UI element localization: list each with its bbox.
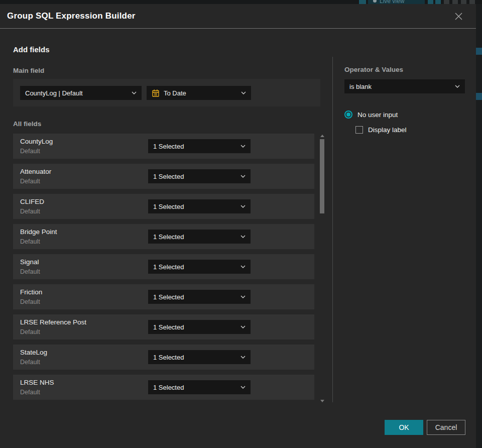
chevron-down-icon bbox=[240, 175, 246, 178]
background-fragment bbox=[359, 0, 366, 4]
field-name: StateLog bbox=[20, 349, 47, 356]
field-attributes-select[interactable]: 1 Selected bbox=[148, 320, 251, 334]
chevron-down-icon bbox=[240, 205, 246, 208]
field-attributes-value: 1 Selected bbox=[153, 233, 236, 241]
field-attributes-select[interactable]: 1 Selected bbox=[148, 230, 251, 244]
field-name: LRSE Reference Post bbox=[20, 318, 86, 326]
background-fragment bbox=[435, 0, 441, 4]
background-fragment bbox=[444, 0, 449, 4]
field-name: Bridge Point bbox=[20, 228, 57, 236]
background-app-right-strip bbox=[476, 4, 482, 448]
close-icon bbox=[454, 12, 463, 21]
background-fragment bbox=[428, 0, 433, 4]
main-field-container: CountyLog | Default To Date bbox=[13, 79, 320, 106]
all-fields-list: CountyLog Default 1 Selected Attenuator … bbox=[13, 134, 314, 405]
background-fragment bbox=[476, 48, 482, 55]
background-fragment bbox=[476, 93, 482, 100]
background-app-top-strip: Live view bbox=[0, 0, 482, 4]
ok-button[interactable]: OK bbox=[385, 420, 423, 435]
scrollbar-thumb[interactable] bbox=[320, 139, 324, 213]
field-subtitle: Default bbox=[20, 328, 40, 335]
field-attributes-select[interactable]: 1 Selected bbox=[148, 199, 251, 213]
chevron-down-icon bbox=[240, 295, 246, 298]
main-field-attribute-select[interactable]: To Date bbox=[147, 86, 251, 100]
field-row: LRSE Reference Post Default 1 Selected bbox=[13, 314, 314, 340]
field-name: Friction bbox=[20, 288, 42, 296]
field-subtitle: Default bbox=[20, 178, 40, 185]
display-label-text: Display label bbox=[368, 126, 407, 134]
field-subtitle: Default bbox=[20, 389, 40, 396]
field-attributes-value: 1 Selected bbox=[153, 263, 236, 271]
field-attributes-select[interactable]: 1 Selected bbox=[148, 350, 251, 364]
field-attributes-select[interactable]: 1 Selected bbox=[148, 380, 251, 394]
chevron-down-icon bbox=[132, 91, 137, 94]
field-row: LRSE NHS Default 1 Selected bbox=[13, 375, 314, 400]
field-row: Bridge Point Default 1 Selected bbox=[13, 224, 314, 249]
field-attributes-value: 1 Selected bbox=[153, 203, 236, 210]
no-user-input-option[interactable]: No user input bbox=[344, 110, 398, 119]
all-fields-label: All fields bbox=[13, 120, 41, 128]
field-attributes-select[interactable]: 1 Selected bbox=[148, 169, 251, 183]
field-subtitle: Default bbox=[20, 359, 40, 366]
field-row: Signal Default 1 Selected bbox=[13, 254, 314, 279]
no-user-input-label: No user input bbox=[357, 111, 398, 119]
chevron-down-icon bbox=[240, 265, 246, 268]
field-name: CountyLog bbox=[20, 138, 53, 145]
close-button[interactable] bbox=[452, 10, 465, 23]
chevron-down-icon bbox=[240, 145, 246, 148]
field-subtitle: Default bbox=[20, 298, 40, 305]
dialog-title: Group SQL Expression Builder bbox=[7, 11, 136, 21]
operator-values-label: Operator & Values bbox=[344, 66, 403, 73]
main-field-select-value: CountyLog | Default bbox=[25, 89, 128, 97]
field-attributes-select[interactable]: 1 Selected bbox=[148, 260, 251, 274]
operator-select-value: is blank bbox=[349, 83, 451, 90]
dialog-group-sql-expression-builder: Group SQL Expression Builder Add fields … bbox=[0, 4, 476, 448]
chevron-down-icon bbox=[240, 386, 246, 389]
scrollbar[interactable] bbox=[318, 134, 326, 403]
live-dot-icon bbox=[373, 0, 377, 3]
scroll-up-icon[interactable] bbox=[320, 135, 324, 137]
background-fragment bbox=[452, 0, 458, 4]
field-name: LRSE NHS bbox=[20, 379, 54, 386]
field-name: Attenuator bbox=[20, 168, 51, 175]
field-subtitle: Default bbox=[20, 148, 40, 155]
radio-selected-icon[interactable] bbox=[344, 110, 352, 119]
screen: Live view Group SQL Expression Builder A… bbox=[0, 0, 482, 448]
field-attributes-value: 1 Selected bbox=[153, 293, 236, 301]
chevron-down-icon bbox=[241, 91, 246, 94]
scroll-down-icon[interactable] bbox=[320, 400, 324, 402]
live-view-button[interactable]: Live view bbox=[368, 0, 425, 4]
field-row: CountyLog Default 1 Selected bbox=[13, 134, 314, 159]
operator-select[interactable]: is blank bbox=[344, 79, 465, 93]
cancel-button[interactable]: Cancel bbox=[427, 420, 465, 435]
chevron-down-icon bbox=[240, 356, 246, 359]
field-attributes-value: 1 Selected bbox=[153, 384, 236, 391]
field-name: CLIFED bbox=[20, 198, 44, 205]
field-row: Attenuator Default 1 Selected bbox=[13, 164, 314, 189]
checkbox-unchecked-icon[interactable] bbox=[355, 126, 363, 134]
chevron-down-icon bbox=[455, 85, 460, 88]
field-attributes-select[interactable]: 1 Selected bbox=[148, 290, 251, 304]
field-attributes-select[interactable]: 1 Selected bbox=[148, 139, 251, 153]
field-attributes-value: 1 Selected bbox=[153, 323, 236, 331]
display-label-option[interactable]: Display label bbox=[355, 126, 407, 134]
field-attributes-value: 1 Selected bbox=[153, 173, 236, 180]
dialog-header: Group SQL Expression Builder bbox=[0, 4, 476, 29]
field-subtitle: Default bbox=[20, 238, 40, 245]
calendar-icon bbox=[152, 89, 160, 97]
field-row: CLIFED Default 1 Selected bbox=[13, 194, 314, 219]
field-subtitle: Default bbox=[20, 268, 40, 275]
field-row: StateLog Default 1 Selected bbox=[13, 345, 314, 370]
add-fields-heading: Add fields bbox=[13, 45, 50, 54]
main-field-select[interactable]: CountyLog | Default bbox=[20, 86, 142, 100]
background-fragment bbox=[469, 0, 475, 4]
main-field-attribute-value: To Date bbox=[164, 89, 237, 97]
live-view-label: Live view bbox=[380, 0, 404, 4]
chevron-down-icon bbox=[240, 325, 246, 328]
field-subtitle: Default bbox=[20, 208, 40, 215]
background-fragment bbox=[461, 0, 466, 4]
field-attributes-value: 1 Selected bbox=[153, 143, 236, 150]
panel-divider bbox=[332, 57, 333, 402]
main-field-label: Main field bbox=[13, 67, 44, 74]
field-attributes-value: 1 Selected bbox=[153, 354, 236, 361]
